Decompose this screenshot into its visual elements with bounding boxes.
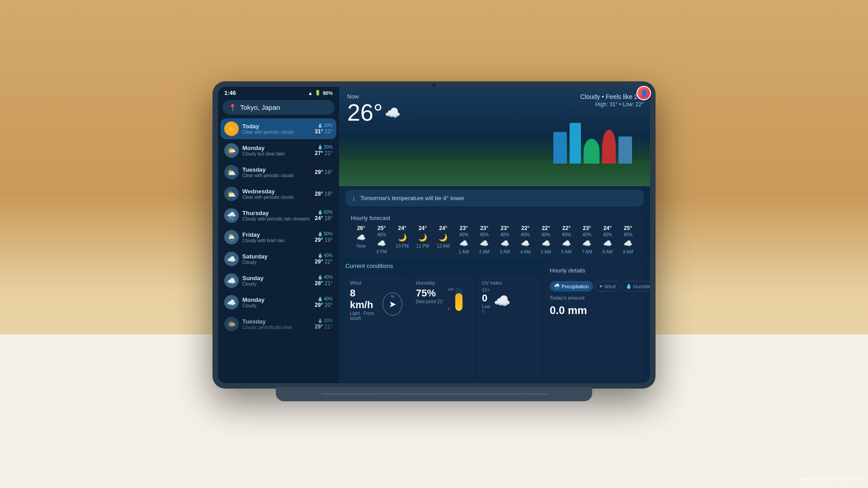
forecast-wednesday[interactable]: ⛅ Wednesday Clear with periodic clouds 2… [221,183,336,204]
tab-precipitation[interactable]: 🌧️ Precipitation [550,281,593,291]
weather-high-low: High: 31° • Low: 22° [580,101,644,108]
forecast-tuesday-2[interactable]: 🌤️ Tuesday Cloudy, periodically clear 💧3… [221,314,336,334]
forecast-thursday[interactable]: 🌧️ Thursday Cloudy with periodic rain sh… [221,205,336,226]
today-info: Today Clear with periodic clouds [242,123,315,135]
bottom-content: ↓ Tomorrow's temperature will be 4° lowe… [339,186,650,383]
current-weather-icon: ☁️ [385,105,401,120]
humidity-gauge-bar [455,287,462,311]
hourly-12am: 24° 🌙 12 AM [433,225,453,254]
uv-values: 11+ 0 Low 0 [482,287,490,314]
tue1-temps: 29° 19° [315,169,333,175]
today-rain-temps: 💧 30% 31° 22° [315,123,333,135]
hourly-details-title: Hourly details [550,267,638,274]
mon2-rain: 💧40% [317,296,333,301]
sun-desc: Cloudy [242,282,315,286]
wind-desc: Light · From south [350,311,380,321]
thu-weather-icon: 🌧️ [224,208,239,223]
forecast-saturday[interactable]: ☁️ Saturday Cloudy 💧40% 29° 22° [221,249,336,269]
user-avatar[interactable]: 👤 [637,87,650,100]
current-temp-value: 26° [347,101,383,124]
sun-rain: 💧40% [317,275,333,280]
scene-buildings [553,123,632,164]
fri-day: Friday [242,231,315,238]
monday1-rain-temps: 💧 30% 27° 21° [315,145,333,156]
building-2 [570,123,581,164]
monday1-weather-icon: 🌤️ [224,143,239,158]
wed-day: Wednesday [242,188,315,195]
sun-weather-icon: ☁️ [224,273,239,288]
wind-tab-icon: ➤ [599,283,603,289]
sun-temps: 28° 21° [315,280,333,286]
tablet-device: 1:46 ▲ 🔋 90% 📍 Tokyo, Japan ☀️ [212,81,656,389]
location-bar[interactable]: 📍 Tokyo, Japan [222,100,335,115]
gauge-labels: 100 0 [448,287,453,311]
monday1-day: Monday [242,145,315,151]
tab-humidity[interactable]: 💧 Humidity [622,281,650,291]
hourly-3am: 23° 40% ☁️ 3 AM [495,225,515,254]
compass-arrow-icon: ➤ [389,299,396,310]
uv-level: Low [482,304,490,309]
forecast-list: ☀️ Today Clear with periodic clouds 💧 30… [218,118,339,383]
detail-tabs: 🌧️ Precipitation ➤ Wind 💧 Humidity [550,281,638,291]
conditions-title: Current conditions [345,263,541,269]
sun-day: Sunday [242,275,315,282]
wind-compass: N ➤ [382,292,402,316]
wind-card: Wind 8 km/h Light · From south N [345,276,409,380]
sat-weather-icon: ☁️ [224,252,239,266]
now-label: Now [347,93,401,100]
tomorrow-notice: ↓ Tomorrow's temperature will be 4° lowe… [345,190,644,206]
rain-icon: 💧 [317,123,323,128]
humidity-gauge-fill [455,293,462,311]
compass-north-label: N [391,294,394,299]
tue2-day: Tuesday [242,318,315,325]
screen: 1:46 ▲ 🔋 90% 📍 Tokyo, Japan ☀️ [218,87,650,383]
notice-arrow-icon: ↓ [352,193,356,203]
uv-cloud-icon: ☁️ [494,293,510,309]
monday1-info: Monday Cloudy but clear later [242,145,315,156]
today-desc: Clear with periodic clouds [242,130,315,135]
tab-wind-label: Wind [604,284,616,289]
location-pin-icon: 📍 [229,104,236,111]
humidity-title: Humidity [416,280,470,286]
wed-desc: Clear with periodic clouds [242,195,315,200]
hourly-scroll[interactable]: 26° ☁️ Now 25° 40% ☁️ 9 PM 2 [351,225,638,254]
amount-label: Today's amount [550,295,638,300]
forecast-monday-2[interactable]: ☁️ Monday Cloudy 💧40% 29° 20° [221,292,336,313]
uv-inner: 11+ 0 Low 0 ☁️ [482,287,536,314]
hourly-6am: 22° 40% ☁️ 6 AM [556,225,576,254]
hourly-2am: 23° 40% ☁️ 2 AM [474,225,495,254]
hourly-section: Hourly forecast 26° ☁️ Now 25° 40% ☁️ [345,210,644,259]
mon2-day: Monday [242,296,315,303]
humidity-tab-icon: 💧 [626,283,632,289]
battery-level: 90% [323,90,333,96]
forecast-monday-1[interactable]: 🌤️ Monday Cloudy but clear later 💧 30% 2… [221,140,336,161]
humidity-value: 75% [416,287,444,299]
thu-desc: Cloudy with periodic rain showers [242,216,315,221]
wed-weather-icon: ⛅ [224,187,239,201]
wed-rain-temps: 28° 19° [315,191,333,197]
forecast-tuesday-1[interactable]: ⛅ Tuesday Clear with periodic clouds 29°… [221,162,336,183]
forecast-friday[interactable]: 🌦️ Friday Cloudy with brief rain 💧60% 29… [221,227,336,248]
speaker-grille [321,393,547,395]
fri-rain: 💧60% [317,231,333,236]
monday1-temps: 27° 21° [315,150,333,156]
forecast-sunday[interactable]: ☁️ Sunday Cloudy 💧40% 28° 21° [221,270,336,291]
status-bar: 1:46 ▲ 🔋 90% [218,87,339,98]
today-day: Today [242,123,315,130]
tue2-info: Tuesday Cloudy, periodically clear [242,318,315,330]
wind-title: Wind [350,280,404,286]
tab-wind[interactable]: ➤ Wind [595,281,620,291]
thu-info: Thursday Cloudy with periodic rain showe… [242,210,315,221]
current-temp-overlay: Now 26° ☁️ [347,93,401,124]
hourly-9pm: 25° 40% ☁️ 9 PM [371,225,392,254]
hourly-11pm: 24° 🌙 11 PM [412,225,433,254]
humidity-card: Humidity 75% Dew point 21° [411,276,475,380]
building-tree [584,139,599,164]
building-5 [618,136,632,164]
hourly-4am: 22° 40% ☁️ 4 AM [515,225,535,254]
avatar-image: 👤 [640,89,648,97]
left-panel: 1:46 ▲ 🔋 90% 📍 Tokyo, Japan ☀️ [218,87,339,383]
fri-temps: 29° 19° [315,237,333,243]
mon2-rain-temps: 💧40% 29° 20° [315,296,333,308]
forecast-today[interactable]: ☀️ Today Clear with periodic clouds 💧 30… [221,118,336,139]
